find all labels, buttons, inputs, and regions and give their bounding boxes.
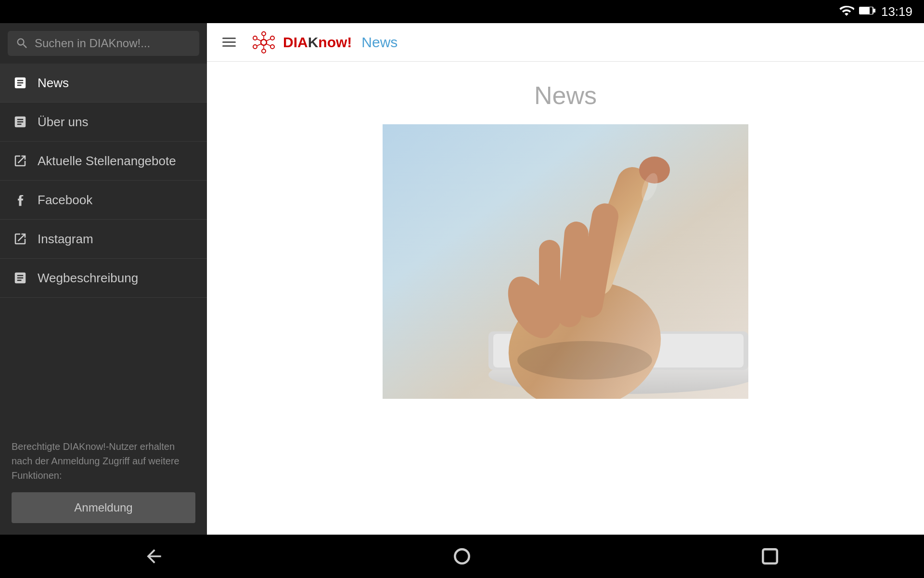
svg-point-30 [455, 549, 469, 563]
search-bar[interactable] [8, 31, 199, 56]
hero-illustration [383, 124, 748, 399]
battery-icon [859, 5, 876, 18]
sidebar-item-wegbeschreibung[interactable]: Wegbeschreibung [0, 259, 207, 298]
sidebar-item-wegbeschreibung-label: Wegbeschreibung [38, 271, 138, 286]
home-icon [451, 546, 473, 567]
sidebar-item-instagram[interactable]: Instagram [0, 220, 207, 259]
hamburger-line [222, 38, 236, 39]
back-button[interactable] [124, 541, 184, 572]
wifi-icon [839, 3, 854, 20]
top-bar: DIAKnow! News [207, 23, 924, 62]
sidebar-item-ueber-uns-label: Über uns [38, 115, 89, 130]
external-link-icon-2 [12, 230, 29, 248]
status-icons: 13:19 [839, 3, 912, 20]
facebook-icon [12, 191, 29, 209]
hamburger-button[interactable] [218, 34, 240, 51]
brand-name: DIAKnow! [283, 34, 352, 51]
svg-point-10 [253, 36, 257, 40]
brand-logo: DIAKnow! [249, 28, 352, 57]
home-button[interactable] [432, 541, 492, 572]
svg-rect-3 [860, 7, 870, 14]
search-input[interactable] [35, 37, 192, 50]
document-icon [12, 74, 29, 92]
sidebar-item-news-label: News [38, 76, 69, 91]
document-icon-2 [12, 113, 29, 131]
sidebar-item-stellenangebote[interactable]: Aktuelle Stellenangebote [0, 142, 207, 181]
document-icon-3 [12, 269, 29, 287]
sidebar-item-news[interactable]: News [0, 64, 207, 103]
bottom-nav [0, 535, 924, 578]
svg-point-7 [270, 45, 274, 49]
nav-items: News Über uns Aktuelle Stellenange [0, 64, 207, 428]
svg-rect-1 [873, 9, 875, 13]
sidebar-item-stellenangebote-label: Aktuelle Stellenangebote [38, 154, 176, 169]
status-bar: 13:19 [0, 0, 924, 23]
login-button[interactable]: Anmeldung [12, 492, 195, 523]
status-time: 13:19 [881, 4, 912, 19]
hamburger-line [222, 45, 236, 47]
svg-line-13 [266, 44, 270, 46]
sidebar-item-facebook-label: Facebook [38, 193, 92, 208]
svg-point-4 [261, 39, 267, 45]
back-icon [143, 546, 165, 567]
svg-point-29 [517, 341, 652, 380]
svg-point-8 [262, 49, 266, 53]
svg-line-12 [266, 39, 270, 41]
main-area: News Über uns Aktuelle Stellenange [0, 23, 924, 535]
hamburger-line [222, 41, 236, 43]
svg-point-6 [270, 36, 274, 40]
sidebar-item-ueber-uns[interactable]: Über uns [0, 103, 207, 142]
svg-point-9 [253, 45, 257, 49]
page-content: News [207, 62, 924, 535]
sidebar-footer-text: Berechtigte DIAKnow!-Nutzer erhalten nac… [12, 439, 195, 483]
sidebar-item-instagram-label: Instagram [38, 232, 93, 247]
sidebar-item-facebook[interactable]: Facebook [0, 181, 207, 220]
top-bar-page-title: News [361, 34, 398, 51]
recent-apps-icon [759, 546, 781, 567]
recent-apps-button[interactable] [740, 541, 800, 572]
search-icon [15, 37, 29, 50]
hero-image [383, 124, 748, 399]
svg-rect-31 [763, 549, 777, 563]
sidebar: News Über uns Aktuelle Stellenange [0, 23, 207, 535]
content-area: DIAKnow! News News [207, 23, 924, 535]
page-heading: News [534, 81, 597, 110]
external-link-icon [12, 152, 29, 170]
svg-point-5 [262, 32, 266, 36]
svg-line-15 [257, 44, 261, 46]
svg-line-16 [257, 39, 261, 41]
sidebar-footer: Berechtigte DIAKnow!-Nutzer erhalten nac… [0, 428, 207, 535]
diaknow-logo-svg [249, 28, 278, 57]
